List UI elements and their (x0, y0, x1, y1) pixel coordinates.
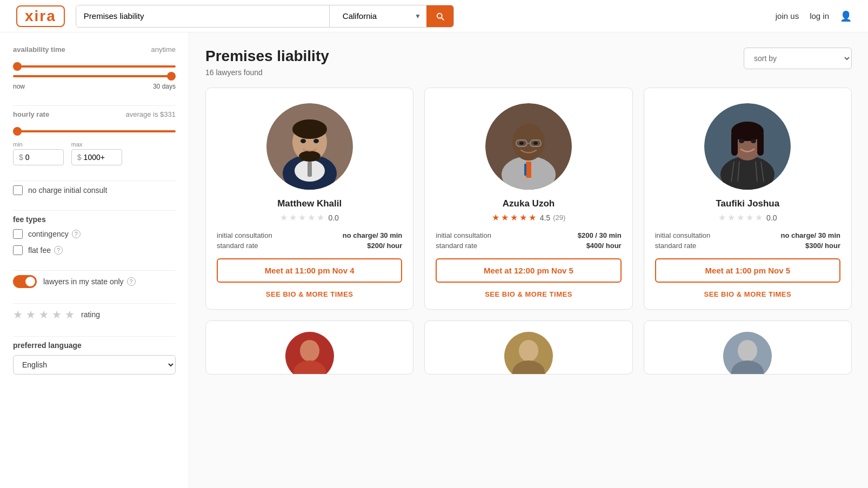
svg-point-18 (533, 142, 538, 145)
rating-num-azuka: 4.5 (540, 213, 550, 222)
svg-point-5 (292, 119, 327, 139)
contingency-row: contingency ? (13, 229, 176, 239)
partial-avatar-1 (285, 332, 334, 375)
star-4-taufiki: ★ (746, 212, 753, 223)
lawyers-state-toggle[interactable] (13, 275, 37, 288)
availability-min-slider[interactable] (13, 65, 176, 68)
star-1-taufiki: ★ (718, 212, 726, 223)
results-header: Premises liability 16 lawyers found sort… (205, 48, 852, 77)
consult-label-matthew: initial consultation (217, 231, 303, 239)
avatar-svg-azuka (485, 103, 572, 190)
rating-star-3[interactable]: ★ (39, 308, 49, 321)
rating-stars-row: ★ ★ ★ ★ ★ rating (13, 308, 176, 321)
lawyer-card-matthew-khalil: Matthew Khalil ★ ★ ★ ★ ★ 0.0 initial con… (205, 88, 413, 310)
rate-label-taufiki: standard rate (655, 242, 742, 250)
partial-avatar-3 (723, 332, 772, 375)
language-filter: preferred language English Spanish Frenc… (13, 341, 176, 375)
star-3-taufiki: ★ (737, 212, 744, 223)
meet-button-taufiki[interactable]: Meet at 1:00 pm Nov 5 (655, 258, 840, 283)
search-button[interactable] (426, 5, 453, 27)
results-title: Premises liability (205, 48, 329, 65)
star-3-azuka: ★ (510, 212, 518, 223)
lawyers-state-filter: lawyers in my state only ? (13, 275, 176, 288)
search-bar: ▼ (76, 5, 454, 28)
avatar-taufiki-joshua (704, 103, 791, 190)
see-bio-matthew[interactable]: SEE BIO & MORE TIMES (266, 290, 353, 298)
rating-star-5[interactable]: ★ (65, 308, 75, 321)
contingency-help-icon[interactable]: ? (72, 230, 81, 238)
rate-min-container: min $ 0 (13, 141, 64, 165)
divider-1 (13, 105, 176, 106)
search-query-input[interactable] (76, 5, 329, 27)
partial-card-2 (424, 320, 632, 375)
svg-point-35 (519, 340, 538, 362)
consult-label-taufiki: initial consultation (655, 231, 742, 239)
avatar-svg-taufiki (704, 103, 791, 190)
consult-value-taufiki: no charge/ 30 min (750, 231, 840, 239)
avatar-svg-matthew (266, 103, 353, 190)
star-4-azuka: ★ (519, 212, 527, 223)
fee-types-filter: fee types contingency ? flat fee ? (13, 215, 176, 255)
partial-card-3 (644, 320, 852, 375)
hourly-rate-slider[interactable] (13, 130, 176, 132)
star-5-azuka: ★ (529, 212, 536, 223)
rating-star-1[interactable]: ★ (13, 308, 23, 321)
rate-min-input[interactable]: 0 (25, 153, 58, 162)
partial-avatar-2 (504, 332, 553, 375)
star-2: ★ (289, 212, 297, 223)
lawyers-state-help-icon[interactable]: ? (127, 277, 136, 286)
lawyer-name-matthew: Matthew Khalil (277, 198, 342, 209)
fee-types-title: fee types (13, 215, 176, 224)
svg-point-13 (512, 124, 545, 161)
flat-fee-checkbox[interactable] (13, 245, 23, 255)
rating-star-2[interactable]: ★ (26, 308, 36, 321)
language-select[interactable]: English Spanish French Mandarin Arabic (13, 355, 176, 375)
rating-star-4[interactable]: ★ (52, 308, 62, 321)
consult-info-taufiki: initial consultation no charge/ 30 min s… (655, 231, 840, 250)
no-charge-filter: no charge initial consult (13, 185, 176, 195)
logo[interactable]: xira (16, 5, 65, 27)
rate-max-label: max (71, 141, 122, 148)
see-bio-azuka[interactable]: SEE BIO & MORE TIMES (485, 290, 572, 298)
availability-filter: availability time anytime now 30 days (13, 45, 176, 90)
rate-label-azuka: standard rate (436, 242, 530, 250)
star-5-taufiki: ★ (755, 212, 763, 223)
star-3: ★ (298, 212, 306, 223)
contingency-checkbox[interactable] (13, 229, 23, 239)
partial-cards-grid (205, 320, 852, 375)
meet-button-matthew[interactable]: Meet at 11:00 pm Nov 4 (217, 258, 402, 283)
svg-rect-27 (731, 131, 738, 156)
average-rate-label: average is $331 (125, 110, 176, 118)
location-container: ▼ (329, 5, 426, 27)
flat-fee-help-icon[interactable]: ? (54, 246, 63, 255)
sidebar: availability time anytime now 30 days ho… (0, 32, 189, 488)
rating-label: rating (81, 310, 100, 319)
no-charge-checkbox[interactable] (13, 185, 23, 195)
meet-button-azuka[interactable]: Meet at 12:00 pm Nov 5 (436, 258, 621, 283)
lawyer-card-azuka-uzoh: Azuka Uzoh ★ ★ ★ ★ ★ 4.5 (29) initial co… (424, 88, 632, 310)
svg-point-30 (751, 139, 756, 143)
toggle-slider (13, 275, 37, 288)
sort-select[interactable]: sort by Relevance Rating Price: Low to H… (744, 48, 852, 69)
see-bio-taufiki[interactable]: SEE BIO & MORE TIMES (704, 290, 791, 298)
svg-rect-28 (757, 131, 764, 156)
partial-card-1 (205, 320, 413, 375)
star-1: ★ (280, 212, 288, 223)
main-layout: availability time anytime now 30 days ho… (0, 32, 868, 488)
location-input[interactable] (335, 5, 415, 27)
user-icon[interactable]: 👤 (840, 10, 852, 22)
svg-point-29 (739, 139, 744, 143)
language-title: preferred language (13, 341, 176, 350)
log-in-link[interactable]: log in (810, 11, 829, 21)
rating-count-azuka: (29) (553, 213, 565, 222)
divider-2 (13, 181, 176, 181)
rate-max-input[interactable]: 1000+ (84, 153, 116, 162)
rating-filter: ★ ★ ★ ★ ★ rating (13, 308, 176, 321)
rate-label-matthew: standard rate (217, 242, 303, 250)
rate-min-label: min (13, 141, 64, 148)
svg-point-17 (519, 142, 524, 145)
availability-max-slider[interactable] (13, 75, 176, 77)
svg-rect-3 (308, 162, 312, 177)
star-2-azuka: ★ (501, 212, 509, 223)
join-us-link[interactable]: join us (776, 11, 799, 21)
